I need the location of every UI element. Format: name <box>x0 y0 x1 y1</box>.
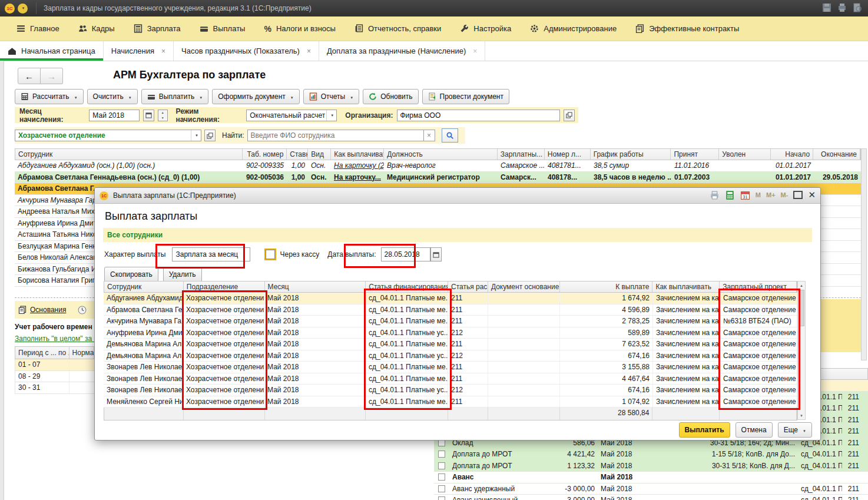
close-icon[interactable]: × <box>307 47 311 55</box>
calculate-button[interactable]: Рассчитать <box>15 89 84 104</box>
open-icon[interactable] <box>564 110 575 121</box>
card-link[interactable]: На карточку (2) <box>331 160 384 171</box>
menu-item-nastroyka[interactable]: Настройка <box>452 21 519 37</box>
post-document-button[interactable]: Провести документ <box>422 89 509 104</box>
table-row[interactable]: Акчурина Мунавара Га...Хозрасчетное отде… <box>104 316 797 327</box>
reports-button[interactable]: Отчеты <box>303 89 359 104</box>
delete-button[interactable]: Удалить <box>163 267 202 282</box>
calendar-icon[interactable] <box>430 247 442 261</box>
table-row[interactable]: Доплата до МРОТ4 421,42Май 20181-15 5/18… <box>434 449 868 461</box>
table-row-selected[interactable]: 01 - 07 <box>15 359 95 371</box>
table-row[interactable]: Звонарев Лев Николае...Хозрасчетное отде… <box>104 362 797 373</box>
table-row[interactable]: 30 - 31 <box>15 382 95 394</box>
checkbox[interactable] <box>438 485 445 492</box>
menu-item-nalogi[interactable]: %Налоги и взносы <box>256 21 344 37</box>
org-input[interactable] <box>397 110 561 121</box>
month-stepper[interactable]: ▲▼ <box>158 110 168 121</box>
clear-button[interactable]: Очистить <box>87 89 138 104</box>
dialog-titlebar[interactable]: 1СВыплата зарплаты (1С:Предприятие) 31 M… <box>95 188 820 204</box>
forward-button[interactable]: → <box>41 68 63 84</box>
card-link[interactable]: На карточку... <box>331 172 384 183</box>
clock-icon[interactable] <box>78 306 87 314</box>
preview-icon[interactable] <box>853 3 862 12</box>
memory-m-plus-button[interactable]: M+ <box>766 191 776 198</box>
panel-splitter[interactable] <box>820 297 861 298</box>
table-scrollbar[interactable]: ▲▼ <box>797 281 806 420</box>
table-row[interactable]: Аванс удержанный-3 000,00Май 2018сд_04.0… <box>434 484 868 495</box>
back-button[interactable]: ← <box>18 68 41 84</box>
memory-m-button[interactable]: M <box>756 191 761 198</box>
save-icon[interactable] <box>822 3 831 12</box>
pay-button[interactable]: Выплатить <box>141 89 208 104</box>
calculator-icon[interactable] <box>725 190 735 200</box>
table-row[interactable]: Абрамова Светлана Геннадьевна (осн.) (сд… <box>15 172 861 184</box>
vertical-scrollbar[interactable] <box>861 148 867 360</box>
memory-m-minus-button[interactable]: M- <box>781 191 789 198</box>
scroll-down-icon[interactable]: ▼ <box>798 412 805 419</box>
copy-button[interactable]: Скопировать <box>104 267 158 282</box>
menu-item-kadry[interactable]: Кадры <box>70 21 123 37</box>
menu-item-kontrakty[interactable]: Эффективные контракты <box>627 21 747 37</box>
tab-chasov-prazdnichnyh[interactable]: Часов праздничных (Показатель)× <box>174 41 319 61</box>
calendar-icon[interactable] <box>143 110 154 121</box>
grounds-panel-header: Основания <box>15 301 94 319</box>
table-row-selected[interactable]: Абдуганиев Абдухамид...Хозрасчетное отде… <box>104 293 797 304</box>
table-row[interactable]: Аванс начисленный3 000,00Май 2018сд_04.0… <box>434 495 868 500</box>
main-menu-dropdown-icon[interactable] <box>18 4 28 14</box>
table-group-row[interactable]: АвансМай 2018 <box>434 472 868 484</box>
search-input[interactable] <box>247 130 424 141</box>
checkbox[interactable] <box>438 473 445 481</box>
table-row[interactable]: Доплата до МРОТ1 123,32Май 201830-31 5/1… <box>434 461 868 472</box>
menu-item-otchetnost[interactable]: Отчетность, справки <box>346 21 449 37</box>
search-button[interactable] <box>442 128 458 143</box>
table-row[interactable]: Демьянова Марина Ал...Хозрасчетное отдел… <box>104 350 797 362</box>
department-select[interactable]: Хозрасчетное отделение <box>15 130 201 141</box>
make-document-button[interactable]: Оформить документ <box>212 89 300 104</box>
close-icon[interactable]: ✕ <box>808 190 816 200</box>
open-icon[interactable] <box>204 130 216 141</box>
menu-item-administrirovanie[interactable]: Администрирование <box>522 21 625 37</box>
checkbox[interactable] <box>438 462 445 469</box>
checkbox[interactable] <box>438 451 445 458</box>
maximize-icon[interactable] <box>793 191 803 199</box>
refresh-button[interactable]: Обновить <box>363 89 418 104</box>
table-row[interactable]: Демьянова Марина Ал...Хозрасчетное отдел… <box>104 339 797 350</box>
scroll-thumb[interactable] <box>799 290 804 326</box>
checkbox[interactable] <box>438 496 445 500</box>
table-row[interactable]: 08 - 29 <box>15 371 95 383</box>
menu-item-zarplata[interactable]: Зарплата <box>125 21 189 37</box>
close-icon[interactable]: × <box>473 47 477 55</box>
print-icon[interactable] <box>837 3 847 12</box>
tab-home[interactable]: Начальная страница <box>0 41 104 61</box>
panel-splitter[interactable] <box>15 297 94 298</box>
table-header[interactable]: СотрудникТаб. номерСтавкаВидКак выплачив… <box>15 148 861 160</box>
menu-item-vyplaty[interactable]: Выплаты <box>191 21 254 37</box>
month-input[interactable] <box>89 110 140 121</box>
mode-select[interactable]: Окончательный расчет <box>246 110 337 121</box>
clear-search-icon[interactable]: × <box>424 130 435 141</box>
tab-nachisleniya[interactable]: Начисления× <box>104 41 174 61</box>
pay-confirm-button[interactable]: Выплатить <box>679 422 730 438</box>
payment-character-input[interactable] <box>172 247 250 261</box>
fill-whole-period-link[interactable]: Заполнить "в целом" за п... <box>15 335 94 343</box>
grounds-link[interactable]: Основания <box>30 306 66 314</box>
calendar-icon[interactable]: 31 <box>740 190 750 200</box>
table-header[interactable]: СотрудникПодразделениеМесяцСтатья финанс… <box>104 281 797 293</box>
tab-doplata[interactable]: Доплата за праздничные (Начисление)× <box>319 41 485 61</box>
close-icon[interactable]: × <box>161 47 165 55</box>
table-header[interactable]: Период с ... по ...Норма <box>15 346 95 359</box>
payment-date-input[interactable] <box>381 247 430 261</box>
table-row[interactable]: Звонарев Лев Николае...Хозрасчетное отде… <box>104 385 797 396</box>
print-icon[interactable] <box>710 190 720 200</box>
more-button[interactable]: Еще <box>778 422 812 438</box>
table-row[interactable]: Звонарев Лев Николае...Хозрасчетное отде… <box>104 373 797 385</box>
cash-checkbox[interactable] <box>266 250 275 259</box>
table-row[interactable]: Меняйленко Сергей Ни...Хозрасчетное отде… <box>104 396 797 408</box>
all-employees-link[interactable]: Все сотрудники <box>107 231 163 239</box>
table-row[interactable]: Ануфриева Ирина Дми...Хозрасчетное отдел… <box>104 327 797 339</box>
menu-item-glavnoe[interactable]: Главное <box>8 21 68 37</box>
table-row[interactable]: Абрамова Светлана Ге...Хозрасчетное отде… <box>104 304 797 316</box>
table-row[interactable]: Абдуганиев Абдухамид (осн.) (1,00) (осн.… <box>15 160 861 172</box>
scroll-up-icon[interactable]: ▲ <box>798 282 805 289</box>
cancel-button[interactable]: Отмена <box>736 422 773 438</box>
